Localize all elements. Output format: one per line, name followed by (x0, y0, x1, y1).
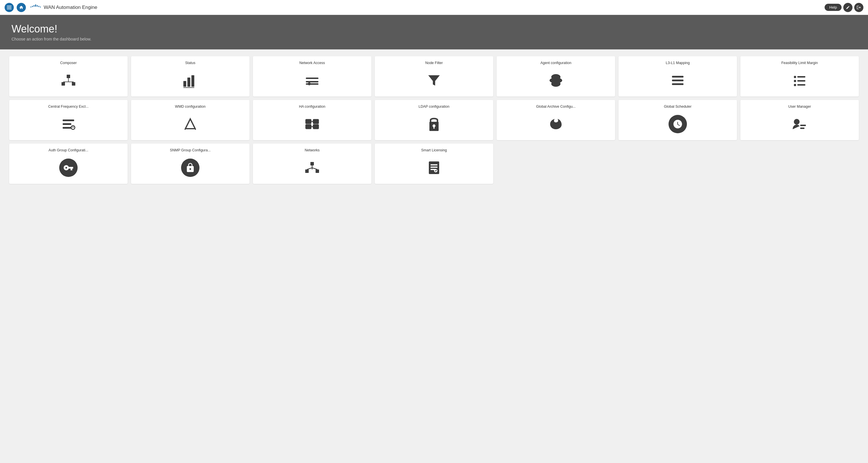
card-network-access-title: Network Access (300, 61, 325, 65)
card-status[interactable]: Status (131, 56, 249, 97)
svg-rect-3 (35, 4, 36, 7)
svg-point-40 (71, 126, 74, 129)
svg-rect-45 (313, 125, 318, 129)
svg-rect-7 (38, 6, 39, 7)
svg-rect-43 (306, 125, 311, 129)
svg-rect-50 (433, 126, 435, 129)
card-user-manager[interactable]: User Manager (740, 100, 859, 140)
snmp-group-icon (181, 156, 199, 179)
svg-rect-19 (183, 87, 194, 88)
ha-configuration-icon (304, 112, 320, 136)
card-central-frequency-excl[interactable]: Central Frequency Excl... (9, 100, 128, 140)
card-ldap-configuration[interactable]: LDAP configuration (375, 100, 493, 140)
card-wmd-configuration[interactable]: WMD configuration (131, 100, 249, 140)
svg-rect-54 (310, 162, 314, 165)
svg-rect-12 (72, 82, 75, 86)
svg-rect-53 (800, 128, 804, 129)
app-title: WAN Automation Engine (44, 5, 97, 10)
svg-rect-8 (30, 6, 31, 7)
cisco-logo-icon (30, 4, 41, 11)
card-ha-configuration[interactable]: HA configuration (253, 100, 371, 140)
dashboard: Composer Status (0, 49, 868, 191)
card-ldap-configuration-title: LDAP configuration (418, 104, 449, 108)
svg-point-30 (794, 76, 796, 78)
l3-l1-mapping-icon (670, 69, 686, 92)
svg-rect-35 (797, 84, 805, 86)
card-l3-l1-mapping[interactable]: L3-L1 Mapping (619, 56, 737, 97)
card-node-filter-title: Node Filter (425, 61, 443, 65)
card-user-manager-title: User Manager (788, 104, 811, 108)
header: WAN Automation Engine Help (0, 0, 868, 15)
svg-rect-62 (431, 167, 437, 168)
card-status-title: Status (185, 61, 195, 65)
card-agent-configuration-title: Agent configuration (540, 61, 571, 65)
card-composer-title: Composer (60, 61, 77, 65)
menu-button[interactable] (5, 3, 14, 12)
card-agent-configuration[interactable]: Agent configuration (497, 56, 615, 97)
wmd-configuration-icon (183, 112, 198, 136)
status-icon (182, 69, 198, 92)
help-button[interactable]: Help (825, 4, 842, 11)
central-frequency-icon (60, 112, 76, 136)
card-feasibility-limit-margin[interactable]: Feasibility Limit Margin (740, 56, 859, 97)
svg-rect-15 (68, 81, 73, 82)
svg-rect-16 (183, 81, 186, 87)
networks-icon (304, 156, 320, 179)
svg-rect-44 (313, 120, 318, 124)
svg-rect-11 (62, 82, 65, 86)
svg-rect-4 (34, 5, 34, 7)
ldap-configuration-icon (427, 112, 441, 136)
svg-rect-37 (63, 123, 71, 125)
svg-rect-27 (672, 76, 683, 77)
card-networks-title: Networks (305, 148, 320, 152)
svg-rect-14 (63, 81, 68, 82)
user-manager-icon (792, 112, 808, 136)
card-snmp-group-config-title: SNMP Group Configura... (170, 148, 211, 152)
logout-button[interactable] (854, 3, 863, 12)
svg-rect-23 (306, 83, 318, 85)
header-right: Help (825, 3, 863, 12)
svg-rect-52 (800, 125, 806, 126)
edit-button[interactable] (843, 3, 852, 12)
svg-point-51 (794, 119, 800, 125)
svg-rect-6 (32, 6, 33, 7)
card-smart-licensing[interactable]: Smart Licensing (375, 143, 493, 184)
svg-rect-20 (306, 77, 318, 79)
svg-rect-2 (7, 9, 11, 9)
card-auth-group-config[interactable]: Auth Group Configurati... (9, 143, 128, 184)
card-l3-l1-mapping-title: L3-L1 Mapping (666, 61, 689, 65)
card-wmd-configuration-title: WMD configuration (175, 104, 206, 108)
welcome-title: Welcome! (11, 23, 857, 35)
home-button[interactable] (17, 3, 26, 12)
card-ha-configuration-title: HA configuration (299, 104, 326, 108)
auth-group-icon (59, 156, 78, 179)
card-global-archive-config[interactable]: Global Archive Configu... (497, 100, 615, 140)
card-auth-group-config-title: Auth Group Configurati... (49, 148, 88, 152)
node-filter-icon (427, 69, 441, 92)
svg-rect-31 (797, 76, 805, 77)
svg-line-59 (312, 168, 317, 169)
cisco-logo: WAN Automation Engine (30, 4, 97, 11)
card-snmp-group-config[interactable]: SNMP Group Configura... (131, 143, 249, 184)
card-global-archive-config-title: Global Archive Configu... (536, 104, 576, 108)
svg-rect-9 (40, 6, 41, 7)
card-node-filter[interactable]: Node Filter (375, 56, 493, 97)
global-archive-icon (548, 112, 564, 136)
card-smart-licensing-title: Smart Licensing (421, 148, 447, 152)
card-feasibility-limit-margin-title: Feasibility Limit Margin (781, 61, 818, 65)
card-central-frequency-excl-title: Central Frequency Excl... (48, 104, 89, 108)
card-networks[interactable]: Networks (253, 143, 371, 184)
card-composer[interactable]: Composer (9, 56, 128, 97)
svg-point-34 (794, 84, 796, 86)
card-global-scheduler[interactable]: Global Scheduler (619, 100, 737, 140)
svg-rect-42 (306, 120, 311, 124)
svg-point-26 (551, 81, 560, 87)
svg-rect-18 (191, 75, 194, 87)
welcome-banner: Welcome! Choose an action from the dashb… (0, 15, 868, 49)
svg-rect-1 (7, 7, 11, 8)
card-network-access[interactable]: Network Access (253, 56, 371, 97)
svg-rect-17 (187, 77, 190, 87)
svg-rect-36 (63, 120, 74, 121)
svg-rect-56 (316, 169, 319, 173)
svg-rect-28 (672, 79, 683, 81)
